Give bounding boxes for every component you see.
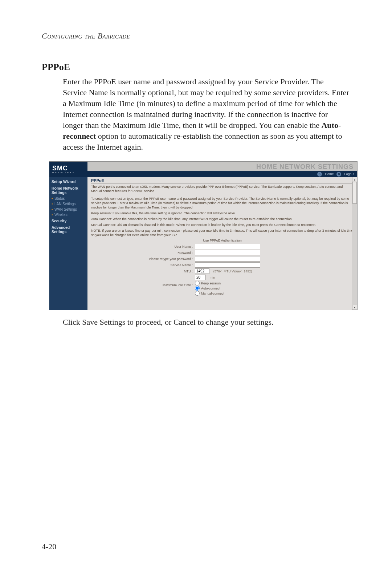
panel-desc-6: NOTE: If your are on a leased line or pa… — [91, 228, 354, 237]
sidebar-item-status[interactable]: Status — [49, 196, 87, 201]
content-panel: PPPoE The WAN port is connected to an xD… — [87, 177, 357, 310]
footer-b2: Cancel — [173, 317, 196, 327]
label-service: Service Name : — [91, 263, 195, 267]
footer-instruction: Click Save Settings to proceed, or Cance… — [63, 317, 350, 328]
panel-title: PPPoE — [91, 178, 354, 184]
panel-desc-2: To setup this connection type, enter the… — [91, 197, 354, 210]
panel-desc-1: The WAN port is connected to an xDSL mod… — [91, 185, 354, 193]
router-screenshot: SMC N E T W O R K S HOME NETWORK SETTING… — [49, 161, 358, 310]
connect-mode-radios: Keep session Auto-connect Manual-connect — [195, 281, 224, 296]
radio-keep-text: Keep session — [201, 282, 221, 285]
radio-keep-session-label[interactable]: Keep session — [195, 281, 224, 286]
sidebar-item-wan[interactable]: WAN Settings — [49, 207, 87, 212]
input-username[interactable] — [195, 244, 260, 249]
footer-mid: to proceed, or — [125, 317, 173, 327]
vertical-scrollbar[interactable]: ▴ ▾ — [352, 177, 357, 310]
para-lead: Enter the PPPoE user name and password a… — [63, 77, 349, 130]
footer-tail: to change your settings. — [196, 317, 273, 327]
sidebar-advanced[interactable]: Advanced Settings — [49, 224, 87, 235]
logo-box: SMC N E T W O R K S — [49, 162, 87, 177]
mtu-hint: (576<=MTU Value<=1492) — [213, 270, 252, 273]
label-mtu: MTU : — [91, 270, 195, 273]
panel-desc-4: Auto Connect: When the connection is bro… — [91, 217, 354, 221]
label-idle: Maximum Idle Time : — [91, 283, 195, 287]
home-icon[interactable]: ⌂ — [317, 172, 322, 177]
panel-desc-5: Manual Connect: Dial on demand is disabl… — [91, 223, 354, 227]
divider — [91, 195, 354, 195]
sidebar-home-network[interactable]: Home Network Settings — [49, 185, 87, 196]
radio-auto-connect[interactable] — [195, 286, 200, 291]
running-head: Configuring the Barricade — [42, 31, 350, 41]
panel-desc-3: Keep session: If you enable this, the id… — [91, 211, 354, 215]
sidebar-setup-wizard[interactable]: Setup Wizard — [49, 178, 87, 185]
footer-b1: Save Settings — [82, 317, 125, 327]
logout-icon[interactable]: ✕ — [336, 172, 341, 177]
radio-manual-connect[interactable] — [195, 291, 200, 296]
page-number: 4-20 — [42, 542, 56, 551]
tab-logout[interactable]: Logout — [344, 172, 354, 176]
radio-keep-session[interactable] — [195, 281, 200, 286]
sidebar-item-lan[interactable]: LAN Settings — [49, 201, 87, 207]
top-tabs: ⌂ Home ✕ Logout — [87, 171, 357, 177]
input-mtu[interactable] — [195, 268, 209, 274]
sidebar-item-wireless[interactable]: Wireless — [49, 212, 87, 218]
radio-auto-text: Auto-connect — [201, 287, 220, 290]
logo-subtext: N E T W O R K S — [52, 171, 87, 174]
intro-paragraph: Enter the PPPoE user name and password a… — [63, 76, 350, 153]
idle-unit: min — [210, 276, 215, 279]
form-caption: Use PPPoE Authentication — [91, 239, 354, 242]
input-password[interactable] — [195, 250, 260, 255]
input-service-name[interactable] — [195, 262, 260, 268]
section-title: PPPoE — [42, 62, 350, 73]
label-retype: Please retype your password : — [91, 257, 195, 261]
label-password: Password : — [91, 251, 195, 255]
tab-home[interactable]: Home — [325, 172, 334, 176]
sidebar: Setup Wizard Home Network Settings Statu… — [49, 177, 87, 310]
scroll-down-icon[interactable]: ▾ — [352, 305, 357, 310]
form-area: Use PPPoE Authentication User Name : Pas… — [91, 239, 354, 296]
top-bar: SMC N E T W O R K S HOME NETWORK SETTING… — [49, 162, 357, 177]
scroll-thumb[interactable] — [352, 182, 357, 204]
scroll-up-icon[interactable]: ▴ — [352, 177, 357, 182]
logo-text: SMC — [52, 165, 87, 171]
scroll-track[interactable] — [352, 182, 357, 305]
para-tail: option to automatically re-establish the… — [63, 131, 342, 151]
sidebar-security[interactable]: Security — [49, 218, 87, 224]
radio-manual-text: Manual-connect — [201, 292, 224, 295]
page-banner-title: HOME NETWORK SETTINGS — [87, 162, 357, 171]
input-max-idle[interactable] — [195, 275, 206, 280]
radio-auto-connect-label[interactable]: Auto-connect — [195, 286, 224, 291]
radio-manual-connect-label[interactable]: Manual-connect — [195, 291, 224, 296]
label-username: User Name : — [91, 245, 195, 248]
input-retype-password[interactable] — [195, 256, 260, 262]
footer-lead: Click — [63, 317, 82, 327]
